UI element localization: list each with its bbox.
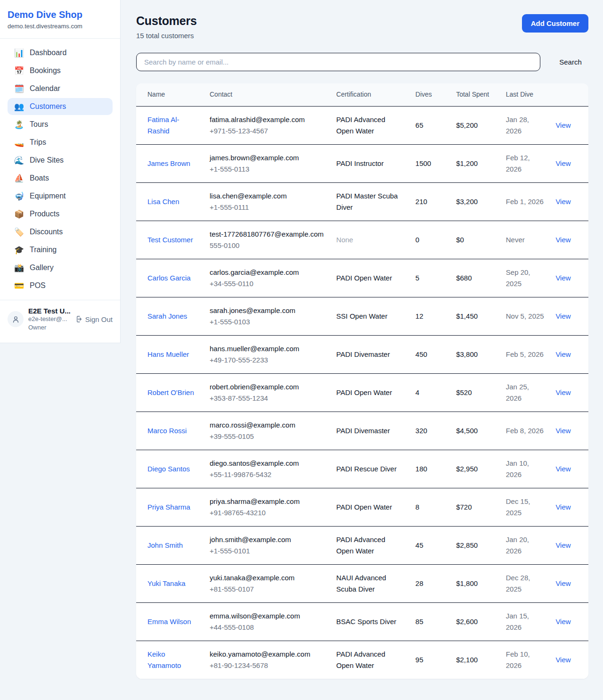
sidebar-item-calendar[interactable]: 🗓️ Calendar xyxy=(8,80,113,97)
customer-name-link[interactable]: Emma Wilson xyxy=(147,618,191,626)
sidebar-item-bookings[interactable]: 📅 Bookings xyxy=(8,62,113,79)
table-row: Fatima Al-Rashid fatima.alrashid@example… xyxy=(136,107,588,145)
customer-last-dive: Feb 10, 2026 xyxy=(506,650,530,669)
user-section: E2E Test U... e2e-tester@... Owner Sign … xyxy=(0,300,120,343)
customer-certification: PADI Advanced Open Water xyxy=(336,115,385,135)
customer-name-link[interactable]: Marco Rossi xyxy=(147,427,187,435)
sign-out-button[interactable]: Sign Out xyxy=(75,315,113,323)
customer-certification: SSI Open Water xyxy=(336,312,388,320)
customer-dives: 450 xyxy=(416,350,427,358)
customer-dives: 0 xyxy=(416,236,419,244)
customer-name-link[interactable]: Diego Santos xyxy=(147,465,190,473)
table-row: Marco Rossi marco.rossi@example.com +39-… xyxy=(136,412,588,450)
customer-name-link[interactable]: Sarah Jones xyxy=(147,312,187,320)
view-link[interactable]: View xyxy=(555,465,570,473)
customer-name-link[interactable]: Priya Sharma xyxy=(147,503,190,511)
view-link[interactable]: View xyxy=(555,274,570,282)
view-link[interactable]: View xyxy=(555,579,570,587)
sidebar-item-dive-sites[interactable]: 🌊 Dive Sites xyxy=(8,152,113,169)
view-link[interactable]: View xyxy=(555,388,570,396)
view-link[interactable]: View xyxy=(555,350,570,358)
table-header-row: Name Contact Certification Dives Total S… xyxy=(136,83,588,107)
view-link[interactable]: View xyxy=(555,427,570,435)
table-row: John Smith john.smith@example.com +1-555… xyxy=(136,527,588,565)
bar-chart-icon: 📊 xyxy=(14,49,24,57)
customer-name-link[interactable]: Fatima Al-Rashid xyxy=(147,115,179,135)
view-link[interactable]: View xyxy=(555,503,570,511)
table-row: Lisa Chen lisa.chen@example.com +1-555-0… xyxy=(136,183,588,221)
view-link[interactable]: View xyxy=(555,121,570,129)
customer-phone: +1-555-0111 xyxy=(210,202,325,213)
customer-email: priya.sharma@example.com xyxy=(210,496,325,507)
customer-name-link[interactable]: John Smith xyxy=(147,541,183,549)
customer-total-spent: $2,850 xyxy=(456,541,478,549)
customer-certification: PADI Rescue Diver xyxy=(336,465,397,473)
search-input[interactable] xyxy=(136,53,540,71)
customer-name-link[interactable]: Carlos Garcia xyxy=(147,274,191,282)
customer-name-link[interactable]: Yuki Tanaka xyxy=(147,579,186,587)
column-header-name: Name xyxy=(136,83,204,106)
sidebar-item-training[interactable]: 🎓 Training xyxy=(8,241,113,258)
table-row: Yuki Tanaka yuki.tanaka@example.com +81-… xyxy=(136,565,588,603)
customer-dives: 4 xyxy=(416,388,419,396)
add-customer-button[interactable]: Add Customer xyxy=(522,14,588,33)
customer-phone: +34-555-0110 xyxy=(210,278,325,289)
user-avatar xyxy=(8,311,24,327)
view-link[interactable]: View xyxy=(555,198,570,206)
customer-dives: 210 xyxy=(416,198,427,206)
view-link[interactable]: View xyxy=(555,312,570,320)
user-role: Owner xyxy=(28,323,70,332)
customer-certification: PADI Open Water xyxy=(336,503,392,511)
customer-name-link[interactable]: Lisa Chen xyxy=(147,198,179,206)
view-link[interactable]: View xyxy=(555,618,570,626)
sidebar-item-boats[interactable]: ⛵ Boats xyxy=(8,170,113,187)
sidebar-item-customers[interactable]: 👥 Customers xyxy=(8,98,113,115)
user-email: e2e-tester@... xyxy=(28,315,70,323)
customer-total-spent: $0 xyxy=(456,236,464,244)
search-button[interactable]: Search xyxy=(553,54,588,70)
sidebar-item-discounts[interactable]: 🏷️ Discounts xyxy=(8,223,113,240)
island-icon: 🏝️ xyxy=(14,121,24,129)
customer-name-link[interactable]: Keiko Yamamoto xyxy=(147,650,181,669)
sidebar-item-equipment[interactable]: 🤿 Equipment xyxy=(8,188,113,205)
page-title: Customers xyxy=(136,14,197,28)
view-link[interactable]: View xyxy=(555,159,570,167)
view-link[interactable]: View xyxy=(555,656,570,664)
customer-certification: NAUI Advanced Scuba Diver xyxy=(336,574,386,593)
customer-name-link[interactable]: Hans Mueller xyxy=(147,350,189,358)
customer-email: carlos.garcia@example.com xyxy=(210,267,325,278)
customer-name-link[interactable]: James Brown xyxy=(147,159,190,167)
customer-certification: PADI Advanced Open Water xyxy=(336,650,385,669)
sidebar-item-trips[interactable]: 🚤 Trips xyxy=(8,134,113,151)
sign-out-icon xyxy=(75,315,82,323)
brand-subdomain: demo.test.divestreams.com xyxy=(8,23,113,30)
customer-total-spent: $1,200 xyxy=(456,159,478,167)
sidebar-item-gallery[interactable]: 📸 Gallery xyxy=(8,259,113,276)
table-row: James Brown james.brown@example.com +1-5… xyxy=(136,145,588,183)
customer-phone: +1-555-0103 xyxy=(210,316,325,328)
customer-count: 15 total customers xyxy=(136,32,197,40)
sidebar-item-tours[interactable]: 🏝️ Tours xyxy=(8,116,113,133)
table-row: Robert O'Brien robert.obrien@example.com… xyxy=(136,374,588,412)
customer-email: keiko.yamamoto@example.com xyxy=(210,649,325,660)
view-link[interactable]: View xyxy=(555,541,570,549)
customer-certification: PADI Open Water xyxy=(336,274,392,282)
customer-name-link[interactable]: Test Customer xyxy=(147,236,193,244)
customer-certification: BSAC Sports Diver xyxy=(336,618,397,626)
customer-phone: +353-87-555-1234 xyxy=(210,393,325,404)
customer-dives: 5 xyxy=(416,274,419,282)
sidebar-item-dashboard[interactable]: 📊 Dashboard xyxy=(8,44,113,61)
customer-email: james.brown@example.com xyxy=(210,152,325,164)
customer-certification: PADI Divemaster xyxy=(336,427,390,435)
customer-last-dive: Dec 15, 2025 xyxy=(506,497,530,517)
customer-certification: None xyxy=(336,236,353,244)
package-icon: 📦 xyxy=(14,210,24,218)
speedboat-icon: 🚤 xyxy=(14,139,24,147)
view-link[interactable]: View xyxy=(555,236,570,244)
sidebar-item-products[interactable]: 📦 Products xyxy=(8,206,113,222)
customer-total-spent: $4,500 xyxy=(456,427,478,435)
sidebar-item-pos[interactable]: 💳 POS xyxy=(8,277,113,294)
customer-email: fatima.alrashid@example.com xyxy=(210,114,325,125)
customer-name-link[interactable]: Robert O'Brien xyxy=(147,388,194,396)
customer-email: lisa.chen@example.com xyxy=(210,190,325,202)
